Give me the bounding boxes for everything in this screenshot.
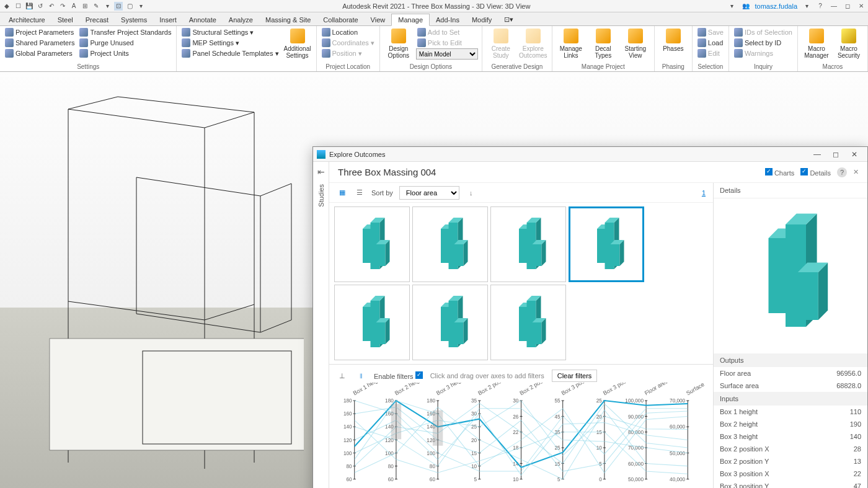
ribbon-tab-massing-site[interactable]: Massing & Site	[259, 14, 317, 25]
back-icon[interactable]: ⇤	[317, 167, 325, 177]
scatter-icon[interactable]: ⊥	[337, 370, 348, 381]
sort-field-select[interactable]: Floor area	[399, 186, 459, 200]
app-close-icon[interactable]: ✕	[857, 2, 866, 11]
ribbon-tab-analyze[interactable]: Analyze	[223, 14, 259, 25]
open-icon[interactable]: ☐	[14, 2, 22, 11]
outcome-thumb[interactable]	[412, 206, 488, 282]
titlebar: ◆ ☐ 💾 ↺ ↶ ↷ A ⊞ ✎ ▾ ⊡ ▢ ▾ Autodesk Revit…	[0, 0, 868, 12]
outcome-thumb[interactable]	[334, 285, 410, 360]
selected-count: 1	[702, 189, 706, 197]
dialog-minimize-icon[interactable]: —	[808, 148, 826, 161]
dialog-maximize-icon[interactable]: ◻	[826, 148, 845, 161]
dlg-inner-close-icon[interactable]: ✕	[853, 168, 859, 176]
decal-types[interactable]: Decal Types	[588, 27, 618, 59]
structural-settings[interactable]: Structural Settings ▾	[180, 27, 280, 37]
ribbon-tab-extra[interactable]: ⊡▾	[498, 14, 520, 25]
outcome-thumb[interactable]	[569, 206, 644, 282]
svg-marker-63	[542, 318, 546, 344]
svg-text:45: 45	[554, 414, 560, 419]
outcome-thumb[interactable]	[412, 285, 488, 360]
purge-unused[interactable]: Purge Unused	[78, 38, 172, 48]
input-row: Box 2 position Y13	[714, 455, 867, 468]
studies-sidebar[interactable]: ⇤ Studies	[313, 162, 329, 488]
dlg-help-icon[interactable]: ?	[837, 167, 847, 177]
input-row: Box 2 position X28	[714, 443, 867, 455]
ribbon-tab-collaborate[interactable]: Collaborate	[317, 14, 364, 25]
grid-view-icon[interactable]: ▦	[337, 187, 348, 198]
pick-to-edit: Pick to Edit	[416, 38, 478, 48]
svg-text:140: 140	[343, 424, 352, 430]
sel-load[interactable]: Load	[696, 38, 725, 48]
help-icon[interactable]: ?	[816, 2, 825, 11]
ribbon-tab-steel[interactable]: Steel	[51, 14, 79, 25]
settings-panel-title: Settings	[4, 62, 172, 71]
main-model-select[interactable]: Main Model	[416, 48, 478, 60]
ribbon-tab-systems[interactable]: Systems	[115, 14, 153, 25]
print-icon[interactable]: A	[69, 2, 78, 11]
viewport-3d[interactable]: Explore Outcomes — ◻ ✕ ⇤ Studies Three B…	[0, 72, 868, 488]
minimize-icon[interactable]: —	[830, 2, 838, 11]
transfer-standards[interactable]: Transfer Project Standards	[78, 27, 172, 37]
measure-icon[interactable]: ⊞	[81, 2, 89, 11]
dialog-close-icon[interactable]: ✕	[845, 148, 864, 161]
keyboard-icon[interactable]: ▾	[728, 2, 737, 11]
ribbon-tab-view[interactable]: View	[365, 14, 392, 25]
panel-templates[interactable]: Panel Schedule Templates ▾	[180, 48, 280, 58]
ribbon-tab-add-ins[interactable]: Add-Ins	[430, 14, 466, 25]
ribbon-tab-architecture[interactable]: Architecture	[2, 14, 51, 25]
list-view-icon[interactable]: ☰	[354, 187, 365, 198]
user-name[interactable]: tomasz.fudala	[755, 2, 797, 10]
enable-filters-checkbox[interactable]: Enable filters	[374, 371, 423, 380]
starting-view[interactable]: Starting View	[621, 27, 650, 59]
parallel-icon[interactable]: ⦀	[355, 370, 366, 381]
ribbon-tab-manage[interactable]: Manage	[391, 14, 430, 26]
manage-links[interactable]: Manage Links	[556, 27, 586, 59]
details-checkbox[interactable]: Details	[800, 168, 831, 177]
qat3-icon[interactable]: ▾	[136, 2, 145, 11]
clear-filters-button[interactable]: Clear filters	[552, 370, 598, 382]
ribbon-tab-insert[interactable]: Insert	[153, 14, 183, 25]
redo-icon[interactable]: ↷	[58, 2, 67, 11]
project-units[interactable]: Project Units	[78, 48, 172, 58]
global-icon	[5, 49, 14, 58]
macro-manager[interactable]: Macro Manager	[802, 27, 831, 59]
svg-text:100: 100	[343, 450, 352, 456]
ribbon-tab-modify[interactable]: Modify	[466, 14, 498, 25]
tag-icon[interactable]: ✎	[92, 2, 100, 11]
restore-icon[interactable]: ◻	[843, 2, 852, 11]
macro-security[interactable]: Macro Security	[834, 27, 864, 59]
svg-text:Box 2 height: Box 2 height	[394, 383, 425, 397]
global-parameters[interactable]: Global Parameters	[4, 48, 76, 58]
outcome-thumb[interactable]	[490, 206, 566, 282]
cart-icon[interactable]: ▾	[802, 2, 811, 11]
location[interactable]: Location	[321, 27, 376, 37]
select-by-id[interactable]: Select by ID	[733, 38, 794, 48]
charts-checkbox[interactable]: Charts	[765, 168, 794, 177]
revit-logo-icon[interactable]: ◆	[2, 2, 11, 11]
ribbon-tab-annotate[interactable]: Annotate	[183, 14, 223, 25]
outcome-thumb[interactable]	[334, 206, 410, 282]
svg-marker-36	[620, 240, 624, 266]
dialog-titlebar[interactable]: Explore Outcomes — ◻ ✕	[313, 147, 867, 162]
shared-parameters[interactable]: Shared Parameters	[4, 38, 76, 48]
undo-icon[interactable]: ↶	[47, 2, 56, 11]
svg-text:60: 60	[346, 477, 352, 482]
additional-settings[interactable]: Additional Settings	[283, 27, 312, 59]
outcome-thumb[interactable]	[490, 285, 566, 360]
more-icon[interactable]: ▾	[103, 2, 112, 11]
contact-icon[interactable]: 👥	[742, 2, 750, 11]
phases[interactable]: Phases	[658, 27, 688, 52]
coordinates[interactable]: Coordinates ▾	[321, 38, 376, 48]
qat2-icon[interactable]: ▢	[125, 2, 134, 11]
parallel-coordinates-plot[interactable]: Box 1 height6080100120140160180Box 2 hei…	[337, 383, 706, 486]
svg-text:Box 3 position X: Box 3 position X	[560, 383, 600, 397]
save-icon[interactable]: 💾	[25, 2, 33, 11]
position[interactable]: Position ▾	[321, 48, 376, 58]
design-options[interactable]: Design Options	[384, 27, 414, 59]
project-parameters[interactable]: Project Parameters	[4, 27, 76, 37]
ribbon-tab-precast[interactable]: Precast	[79, 14, 115, 25]
qat1-icon[interactable]: ⊡	[114, 2, 123, 11]
mep-settings[interactable]: MEP Settings ▾	[180, 38, 280, 48]
sort-dir-icon[interactable]: ↓	[466, 187, 477, 198]
sync-icon[interactable]: ↺	[36, 2, 45, 11]
